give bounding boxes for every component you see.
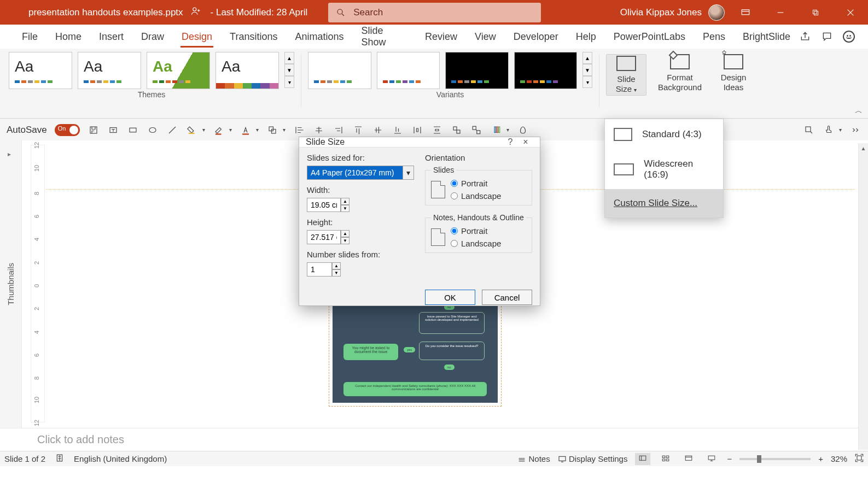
format-background-button[interactable]: Format Background (660, 54, 700, 92)
tab-home[interactable]: Home (46, 25, 90, 49)
variant-thumb[interactable] (514, 52, 578, 89)
arrange-icon[interactable] (266, 124, 278, 136)
ok-button[interactable]: OK (425, 290, 475, 305)
zoom-out-icon[interactable]: − (727, 454, 732, 463)
gallery-more-icon[interactable]: ▾ (284, 76, 294, 88)
spin-up-icon[interactable]: ▲ (341, 198, 349, 205)
slide-size-widescreen[interactable]: Widescreen (16:9) (605, 150, 723, 189)
notes-landscape-radio[interactable]: Landscape (451, 239, 501, 248)
scroll-up-icon[interactable]: ▲ (859, 143, 868, 153)
gallery-more-icon[interactable]: ▾ (582, 76, 592, 88)
gallery-down-icon[interactable]: ▼ (582, 64, 592, 76)
tab-file[interactable]: File (13, 25, 46, 49)
variant-thumb[interactable] (445, 52, 509, 89)
spin-down-icon[interactable]: ▼ (332, 269, 341, 277)
align-bottom-icon[interactable] (392, 124, 404, 136)
user-avatar[interactable] (708, 4, 725, 21)
tab-help[interactable]: Help (567, 25, 605, 49)
slide-canvas[interactable]: Issue passed to Site Manager and solutio… (333, 304, 498, 403)
zoom-slider[interactable] (739, 458, 811, 460)
spin-down-icon[interactable]: ▼ (341, 237, 349, 244)
tab-design[interactable]: Design (173, 25, 221, 49)
sorter-view-icon[interactable] (658, 453, 673, 465)
align-left-icon[interactable] (293, 124, 305, 136)
oval-shape-icon[interactable] (147, 124, 159, 136)
theme-thumb[interactable]: Aa (78, 52, 141, 89)
comments-icon[interactable] (821, 31, 833, 43)
ungroup-icon[interactable] (470, 124, 482, 136)
zoom-percent[interactable]: 32% (831, 454, 847, 463)
thumbnails-panel[interactable]: ▸ Thumbnails (0, 140, 22, 428)
outline-color-icon[interactable] (213, 124, 225, 136)
close-button[interactable] (836, 0, 865, 25)
tab-developer[interactable]: Developer (505, 25, 567, 49)
save-icon[interactable] (88, 124, 100, 136)
cancel-button[interactable]: Cancel (482, 290, 532, 305)
themes-gallery[interactable]: Aa Aa Aa Aa ▲ ▼ ▾ (9, 52, 294, 89)
slides-portrait-radio[interactable]: Portrait (451, 179, 501, 188)
fill-color-icon[interactable] (186, 124, 198, 136)
spin-up-icon[interactable]: ▲ (341, 230, 349, 237)
language-indicator[interactable]: English (United Kingdom) (74, 454, 167, 463)
normal-view-icon[interactable] (635, 453, 650, 465)
dialog-close-button[interactable]: × (518, 137, 533, 147)
align-right-icon[interactable] (333, 124, 345, 136)
number-from-input[interactable] (307, 262, 332, 277)
display-settings[interactable]: Display Settings (558, 454, 628, 463)
zoom-in-icon[interactable]: + (818, 454, 823, 463)
line-shape-icon[interactable] (166, 124, 178, 136)
tab-powerpointlabs[interactable]: PowerPointLabs (605, 25, 694, 49)
variant-thumb[interactable] (308, 52, 371, 89)
search-box[interactable]: Search (328, 3, 541, 22)
tab-draw[interactable]: Draw (132, 25, 173, 49)
blob-icon[interactable] (517, 124, 529, 136)
accessibility-icon[interactable] (55, 454, 64, 464)
width-input[interactable] (307, 198, 341, 212)
sized-for-select[interactable]: A4 Paper (210x297 mm) ▾ (307, 166, 414, 180)
theme-thumb[interactable]: Aa (9, 52, 72, 89)
chevron-down-icon[interactable]: ▾ (403, 166, 413, 179)
tab-insert[interactable]: Insert (90, 25, 132, 49)
reading-view-icon[interactable] (681, 453, 696, 465)
spin-up-icon[interactable]: ▲ (332, 262, 341, 269)
notes-pane[interactable]: Click to add notes (0, 428, 868, 451)
fit-to-window-icon[interactable] (855, 454, 864, 464)
distribute-v-icon[interactable] (431, 124, 443, 136)
gallery-down-icon[interactable]: ▼ (284, 64, 294, 76)
maximize-button[interactable] (801, 0, 830, 25)
height-input[interactable] (307, 230, 341, 244)
distribute-h-icon[interactable] (411, 124, 423, 136)
tab-slideshow[interactable]: Slide Show (353, 25, 416, 49)
dialog-help-button[interactable]: ? (503, 137, 518, 147)
select-objects-icon[interactable] (803, 124, 815, 136)
align-top-icon[interactable] (352, 124, 364, 136)
eyedropper-icon[interactable] (490, 124, 502, 136)
theme-thumb[interactable]: Aa (147, 52, 210, 89)
align-center-icon[interactable] (313, 124, 325, 136)
group-icon[interactable] (451, 124, 463, 136)
slide-size-custom[interactable]: Custom Slide Size... (605, 189, 723, 217)
gallery-up-icon[interactable]: ▲ (582, 52, 592, 64)
minimize-button[interactable] (766, 0, 795, 25)
rectangle-shape-icon[interactable] (127, 124, 139, 136)
slide-size-button[interactable]: Slide Size ▾ (606, 54, 646, 96)
slides-landscape-radio[interactable]: Landscape (451, 191, 501, 201)
tab-transitions[interactable]: Transitions (221, 25, 286, 49)
vertical-scrollbar[interactable]: ▲ (858, 143, 868, 450)
tab-animations[interactable]: Animations (286, 25, 352, 49)
font-color-icon[interactable] (240, 124, 252, 136)
slide-size-standard[interactable]: Standard (4:3) (605, 119, 723, 150)
user-name[interactable]: Olivia Kippax Jones (620, 7, 702, 18)
tab-review[interactable]: Review (416, 25, 466, 49)
feedback-smiley-icon[interactable] (843, 31, 855, 43)
chevron-right-icon[interactable]: ▸ (8, 150, 11, 158)
design-ideas-button[interactable]: Design Ideas (713, 54, 754, 92)
slide-indicator[interactable]: Slide 1 of 2 (4, 454, 45, 463)
theme-thumb[interactable]: Aa (215, 52, 279, 89)
notes-toggle[interactable]: Notes (517, 454, 550, 463)
tab-pens[interactable]: Pens (694, 25, 734, 49)
variants-gallery[interactable]: ▲ ▼ ▾ (308, 52, 592, 89)
spin-down-icon[interactable]: ▼ (341, 205, 349, 212)
textbox-icon[interactable] (107, 124, 119, 136)
slideshow-view-icon[interactable] (704, 453, 719, 465)
